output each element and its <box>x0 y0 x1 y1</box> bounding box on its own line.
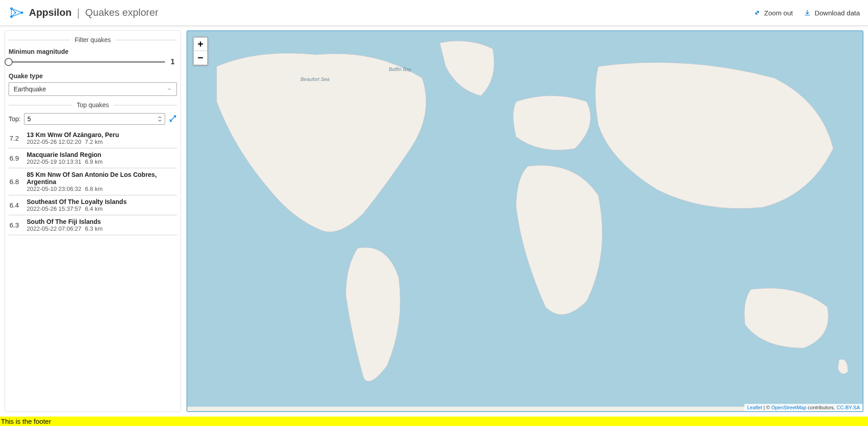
quake-depth: 6.3 km <box>85 225 103 232</box>
quake-place: Southeast Of The Loyalty Islands <box>27 198 176 205</box>
min-magnitude-label: Minimun magnitude <box>9 48 177 55</box>
map-tiles <box>187 31 863 412</box>
quake-magnitude: 6.4 <box>10 201 22 209</box>
quake-depth: 6.9 km <box>85 158 103 165</box>
quake-magnitude: 6.3 <box>10 221 22 229</box>
quake-body: Southeast Of The Loyalty Islands 2022-05… <box>27 198 176 212</box>
main-content: Filter quakes Minimun magnitude 1 Quake … <box>0 26 868 417</box>
chevron-down-icon[interactable] <box>157 119 162 122</box>
zoom-out-label: Zoom out <box>764 9 793 17</box>
map-label-baffin: Baffin Bay <box>389 66 411 72</box>
download-button[interactable]: Download data <box>804 9 860 17</box>
quake-depth: 6.4 km <box>85 205 103 212</box>
quake-list-item[interactable]: 6.8 85 Km Nnw Of San Antonio De Los Cobr… <box>9 168 177 195</box>
osm-link[interactable]: OpenStreetMap <box>771 405 806 410</box>
appsilon-logo-icon <box>8 5 24 21</box>
quake-list-item[interactable]: 6.3 South Of The Fiji Islands 2022-05-22… <box>9 215 177 235</box>
quake-body: 13 Km Wnw Of Azángaro, Peru 2022-05-26 1… <box>27 131 176 145</box>
svg-line-5 <box>11 13 22 17</box>
quake-depth: 7.2 km <box>85 138 103 145</box>
chevron-down-icon <box>167 86 172 92</box>
min-magnitude-slider-wrap: 1 <box>9 58 177 66</box>
expand-icon <box>754 9 761 16</box>
quake-list-item[interactable]: 6.9 Macquarie Island Region 2022-05-19 1… <box>9 148 177 168</box>
chevron-up-icon[interactable] <box>157 116 162 119</box>
top-count-input[interactable] <box>27 115 157 123</box>
quake-magnitude: 7.2 <box>10 134 22 142</box>
map-label-beaufort: Beaufort Sea <box>300 76 329 82</box>
slider-thumb[interactable] <box>5 58 13 66</box>
top-row: Top: <box>9 113 177 125</box>
quake-sub: 2022-05-19 10:13:31 6.9 km <box>27 158 176 165</box>
top-label: Top: <box>9 115 20 123</box>
download-icon <box>804 9 811 16</box>
quake-sub: 2022-05-22 07:06:27 6.3 km <box>27 225 176 232</box>
quake-time: 2022-05-22 07:06:27 <box>27 225 81 232</box>
quake-time: 2022-05-10 23:06:32 <box>27 185 81 192</box>
brand-name: Appsilon <box>29 7 72 19</box>
header-left: Appsilon | Quakes explorer <box>8 5 158 21</box>
attr-contrib: contributors, <box>806 405 837 410</box>
filter-section-header: Filter quakes <box>9 36 177 43</box>
top-count-spinner[interactable] <box>24 113 165 125</box>
spinner-arrows <box>157 116 162 122</box>
quake-time: 2022-05-26 12:02:20 <box>27 138 81 145</box>
zoom-out-map-button[interactable]: − <box>194 51 207 65</box>
quake-sub: 2022-05-26 12:02:20 7.2 km <box>27 138 176 145</box>
min-magnitude-value: 1 <box>171 58 177 66</box>
quake-sub: 2022-05-10 23:06:32 6.8 km <box>27 185 176 192</box>
top-section-label: Top quakes <box>72 101 114 109</box>
zoom-out-button[interactable]: Zoom out <box>754 9 793 17</box>
app-title: Quakes explorer <box>85 7 158 19</box>
footer: This is the footer <box>0 417 868 426</box>
quake-magnitude: 6.8 <box>10 178 22 185</box>
expand-diagonal-icon <box>169 114 177 123</box>
quake-list-item[interactable]: 7.2 13 Km Wnw Of Azángaro, Peru 2022-05-… <box>9 128 177 148</box>
map[interactable]: Beaufort Sea Baffin Bay + − Leaflet | © … <box>186 30 863 412</box>
quake-depth: 6.8 km <box>85 185 103 192</box>
quake-place: 13 Km Wnw Of Azángaro, Peru <box>27 131 176 138</box>
quake-place: 85 Km Nnw Of San Antonio De Los Cobres, … <box>27 171 176 185</box>
quake-type-dropdown[interactable]: Earthquake <box>9 82 177 96</box>
quake-sub: 2022-05-26 15:37:57 6.4 km <box>27 205 176 212</box>
quake-place: Macquarie Island Region <box>27 151 176 158</box>
quake-body: South Of The Fiji Islands 2022-05-22 07:… <box>27 218 176 232</box>
quake-type-label: Quake type <box>9 72 177 80</box>
sidebar: Filter quakes Minimun magnitude 1 Quake … <box>5 30 181 412</box>
quake-body: Macquarie Island Region 2022-05-19 10:13… <box>27 151 176 165</box>
filter-section-label: Filter quakes <box>70 36 115 43</box>
zoom-control: + − <box>193 37 208 66</box>
zoom-in-button[interactable]: + <box>194 38 207 51</box>
leaflet-link[interactable]: Leaflet <box>747 405 762 410</box>
quake-list-item[interactable]: 6.4 Southeast Of The Loyalty Islands 202… <box>9 195 177 215</box>
quake-time: 2022-05-19 10:13:31 <box>27 158 81 165</box>
quake-place: South Of The Fiji Islands <box>27 218 176 225</box>
quake-type-selected: Earthquake <box>14 85 46 93</box>
quake-body: 85 Km Nnw Of San Antonio De Los Cobres, … <box>27 171 176 192</box>
header: Appsilon | Quakes explorer Zoom out Down… <box>0 0 868 26</box>
top-section-header: Top quakes <box>9 101 177 109</box>
header-divider: | <box>77 6 80 19</box>
quake-magnitude: 6.9 <box>10 154 22 162</box>
svg-line-4 <box>11 9 22 13</box>
quake-list: 7.2 13 Km Wnw Of Azángaro, Peru 2022-05-… <box>9 128 177 235</box>
download-label: Download data <box>815 9 860 17</box>
header-actions: Zoom out Download data <box>754 9 860 17</box>
min-magnitude-slider[interactable] <box>9 61 165 63</box>
quake-time: 2022-05-26 15:37:57 <box>27 205 81 212</box>
attr-sep: | © <box>762 405 771 410</box>
map-attribution: Leaflet | © OpenStreetMap contributors, … <box>744 404 863 411</box>
license-link[interactable]: CC-BY-SA <box>836 405 860 410</box>
expand-top-button[interactable] <box>169 114 177 124</box>
